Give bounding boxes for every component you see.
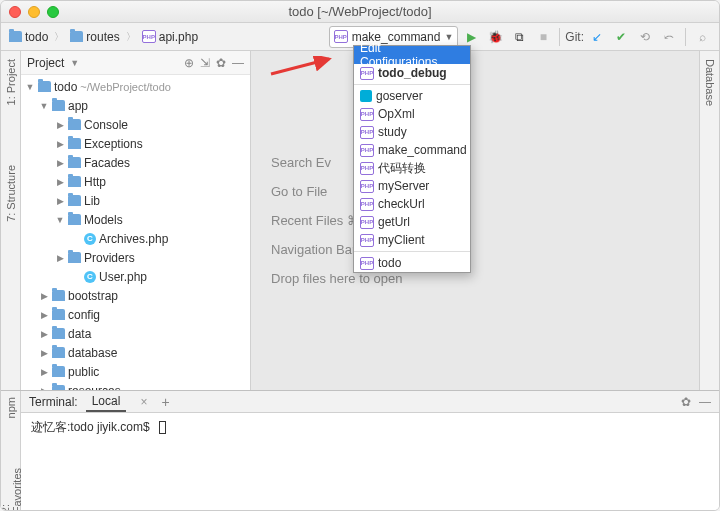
dropdown-item[interactable]: PHPmake_command	[354, 141, 470, 159]
window-title: todo [~/WebProject/todo]	[1, 4, 719, 19]
dropdown-item[interactable]: PHP代码转换	[354, 159, 470, 177]
dropdown-item[interactable]: PHPgetUrl	[354, 213, 470, 231]
expand-right-icon[interactable]: ▶	[55, 158, 65, 168]
project-tree[interactable]: ▼todo ~/WebProject/todo▼app▶Console▶Exce…	[21, 75, 250, 390]
debug-button[interactable]: 🐞	[484, 26, 506, 48]
breadcrumb-item[interactable]: routes	[68, 29, 121, 45]
terminal-content[interactable]: 迹忆客:todo jiyik.com$	[21, 413, 719, 510]
hide-icon[interactable]: —	[699, 395, 711, 409]
database-tool-button[interactable]: Database	[704, 59, 716, 106]
folder-icon	[52, 385, 65, 390]
php-icon: PHP	[360, 162, 374, 175]
tree-row[interactable]: ▶Console	[21, 115, 250, 134]
expand-right-icon[interactable]: ▶	[39, 291, 49, 301]
chevron-down-icon[interactable]: ▼	[70, 58, 79, 68]
breadcrumb-item[interactable]: todo	[7, 29, 50, 45]
expand-right-icon[interactable]: ▶	[55, 120, 65, 130]
terminal-prompt: 迹忆客:todo jiyik.com$	[31, 420, 150, 434]
dropdown-item[interactable]: PHPstudy	[354, 123, 470, 141]
php-icon: PHP	[142, 30, 156, 43]
tree-row[interactable]: ▼app	[21, 96, 250, 115]
folder-icon	[68, 176, 81, 187]
expand-down-icon[interactable]: ▼	[55, 215, 65, 225]
php-icon: PHP	[360, 198, 374, 211]
npm-tool-button[interactable]: npm	[5, 397, 17, 418]
expand-right-icon[interactable]: ▶	[55, 139, 65, 149]
php-icon: PHP	[360, 67, 374, 80]
dropdown-item[interactable]: PHPcheckUrl	[354, 195, 470, 213]
git-history-icon[interactable]: ⟲	[634, 26, 656, 48]
tree-row[interactable]: ▶Lib	[21, 191, 250, 210]
tree-row[interactable]: ▶public	[21, 362, 250, 381]
expand-down-icon[interactable]: ▼	[25, 82, 35, 92]
folder-icon	[68, 138, 81, 149]
tree-label: Console	[84, 118, 128, 132]
folder-icon	[9, 31, 22, 42]
terminal-tab-local[interactable]: Local	[86, 392, 127, 412]
chevron-down-icon: ▼	[444, 32, 453, 42]
git-update-icon[interactable]: ↙	[586, 26, 608, 48]
tree-row[interactable]: ▶bootstrap	[21, 286, 250, 305]
hide-icon[interactable]: —	[232, 56, 244, 70]
git-revert-icon[interactable]: ⤺	[658, 26, 680, 48]
gear-icon[interactable]: ✿	[216, 56, 226, 70]
tree-row[interactable]: ▼todo ~/WebProject/todo	[21, 77, 250, 96]
dropdown-item-label: goserver	[376, 89, 423, 103]
expand-right-icon[interactable]: ▶	[55, 177, 65, 187]
tree-label: User.php	[99, 270, 147, 284]
expand-right-icon[interactable]: ▶	[39, 348, 49, 358]
tree-row[interactable]: ▼Models	[21, 210, 250, 229]
project-sidebar: Project ▼ ⊕ ⇲ ✿ — ▼todo ~/WebProject/tod…	[21, 51, 251, 390]
folder-icon	[52, 309, 65, 320]
expand-right-icon[interactable]: ▶	[39, 329, 49, 339]
tree-row[interactable]: ▶Facades	[21, 153, 250, 172]
add-terminal-button[interactable]: +	[161, 394, 169, 410]
gear-icon[interactable]: ✿	[681, 395, 691, 409]
tree-row[interactable]: CUser.php	[21, 267, 250, 286]
tree-row[interactable]: ▶resources	[21, 381, 250, 390]
dropdown-item[interactable]: PHPmyClient	[354, 231, 470, 249]
dropdown-item[interactable]: PHPtodo	[354, 254, 470, 272]
tree-row[interactable]: CArchives.php	[21, 229, 250, 248]
php-icon: PHP	[360, 216, 374, 229]
search-icon[interactable]: ⌕	[691, 26, 713, 48]
expand-right-icon[interactable]: ▶	[39, 386, 49, 391]
collapse-icon[interactable]: ⇲	[200, 56, 210, 70]
select-opened-icon[interactable]: ⊕	[184, 56, 194, 70]
expand-right-icon[interactable]: ▶	[55, 196, 65, 206]
expand-right-icon[interactable]: ▶	[55, 253, 65, 263]
git-commit-icon[interactable]: ✔	[610, 26, 632, 48]
project-tool-button[interactable]: 1: Project	[5, 59, 17, 105]
structure-tool-button[interactable]: 7: Structure	[5, 165, 17, 222]
tree-label: data	[68, 327, 91, 341]
separator	[354, 251, 470, 252]
terminal-tab-close[interactable]: ×	[134, 393, 153, 411]
breadcrumb-label: routes	[86, 30, 119, 44]
php-icon: PHP	[360, 108, 374, 121]
favorites-tool-button[interactable]: 2: Favorites	[0, 468, 23, 511]
breadcrumb: todo 〉 routes 〉 PHPapi.php	[7, 29, 200, 45]
tree-row[interactable]: ▶Http	[21, 172, 250, 191]
dropdown-item[interactable]: PHPmyServer	[354, 177, 470, 195]
folder-icon	[52, 347, 65, 358]
coverage-button[interactable]: ⧉	[508, 26, 530, 48]
breadcrumb-item[interactable]: PHPapi.php	[140, 29, 200, 45]
stop-button[interactable]: ■	[532, 26, 554, 48]
tree-row[interactable]: ▶Providers	[21, 248, 250, 267]
hint-goto: Go to File	[271, 184, 327, 199]
tree-row[interactable]: ▶config	[21, 305, 250, 324]
tree-row[interactable]: ▶Exceptions	[21, 134, 250, 153]
dropdown-item[interactable]: goserver	[354, 87, 470, 105]
dropdown-item[interactable]: PHPOpXml	[354, 105, 470, 123]
tree-row[interactable]: ▶data	[21, 324, 250, 343]
run-config-dropdown[interactable]: Edit Configurations...PHPtodo_debuggoser…	[353, 45, 471, 273]
tree-row[interactable]: ▶database	[21, 343, 250, 362]
php-icon: PHP	[334, 30, 348, 43]
expand-down-icon[interactable]: ▼	[39, 101, 49, 111]
folder-icon	[52, 100, 65, 111]
tree-label: app	[68, 99, 88, 113]
expand-right-icon[interactable]: ▶	[39, 367, 49, 377]
dropdown-edit-configs[interactable]: Edit Configurations...	[354, 46, 470, 64]
expand-right-icon[interactable]: ▶	[39, 310, 49, 320]
dropdown-item-label: todo_debug	[378, 66, 447, 80]
